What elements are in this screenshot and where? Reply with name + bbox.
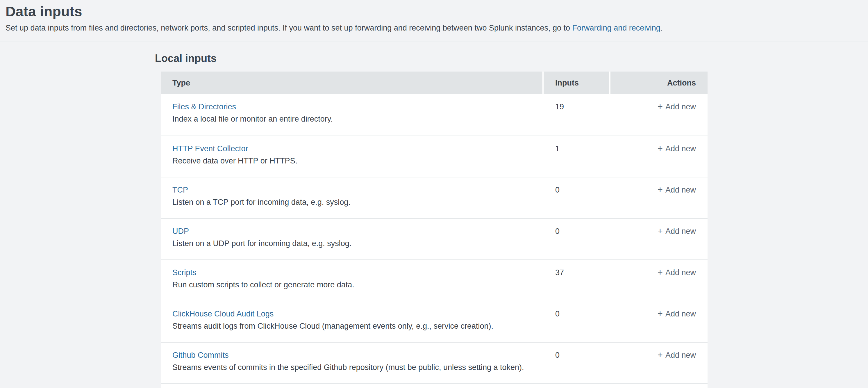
table-row: Scripts Run custom scripts to collect or… <box>161 260 708 301</box>
add-new-label: Add new <box>665 351 696 359</box>
input-type-description: Streams events of commits in the specifi… <box>173 362 531 372</box>
plus-icon: + <box>657 350 663 360</box>
add-new-button[interactable]: +Add new <box>657 309 696 318</box>
column-header-type: Type <box>161 71 542 94</box>
subtitle-text-after: . <box>660 24 663 32</box>
inputs-count-cell: 37 <box>542 260 611 301</box>
section-title: Local inputs <box>155 53 868 64</box>
content-area: Local inputs Type Inputs Actions Files &… <box>0 53 868 388</box>
page-subtitle: Set up data inputs from files and direct… <box>5 23 856 33</box>
input-type-link[interactable]: ClickHouse Cloud Audit Logs <box>173 309 274 319</box>
plus-icon: + <box>657 309 663 319</box>
type-cell: UDP Listen on a UDP port for incoming da… <box>161 219 542 260</box>
type-cell: TCP Listen on a TCP port for incoming da… <box>161 177 542 218</box>
type-cell: Github Commits Streams events of commits… <box>161 342 542 383</box>
plus-icon: + <box>657 185 663 195</box>
forwarding-and-receiving-link[interactable]: Forwarding and receiving <box>572 24 660 32</box>
add-new-button[interactable]: +Add new <box>657 268 696 277</box>
table-row: Github Commits Streams events of commits… <box>161 342 708 383</box>
add-new-button[interactable]: +Add new <box>657 144 696 153</box>
add-new-button[interactable]: +Add new <box>657 227 696 236</box>
add-new-label: Add new <box>665 144 696 153</box>
input-type-link[interactable]: HTTP Event Collector <box>173 144 248 154</box>
type-cell: ClickHouse Cloud Audit Logs Streams audi… <box>161 301 542 342</box>
inputs-count-cell: 0 <box>542 342 611 383</box>
actions-cell: +Add new <box>611 177 708 218</box>
plus-icon: + <box>657 268 663 277</box>
local-inputs-table: Type Inputs Actions Files & Directories … <box>161 71 708 388</box>
add-new-label: Add new <box>665 102 696 111</box>
actions-cell: +Add new <box>611 219 708 260</box>
inputs-count-cell: 1 <box>542 136 611 177</box>
table-header-row: Type Inputs Actions <box>161 71 708 94</box>
input-type-link[interactable]: Github Commits <box>173 350 229 360</box>
input-type-link[interactable]: TCP <box>173 185 188 195</box>
actions-cell: +Add new <box>611 136 708 177</box>
subtitle-text-before: Set up data inputs from files and direct… <box>5 24 572 32</box>
type-cell: Files & Directories Index a local file o… <box>161 94 542 136</box>
plus-icon: + <box>657 226 663 236</box>
plus-icon: + <box>657 144 663 154</box>
add-new-label: Add new <box>665 268 696 277</box>
page-header: Data inputs Set up data inputs from file… <box>0 0 868 42</box>
add-new-button[interactable]: +Add new <box>657 102 696 111</box>
input-type-link[interactable]: Files & Directories <box>173 102 236 112</box>
plus-icon: + <box>657 102 663 112</box>
actions-cell: +Add new <box>611 301 708 342</box>
input-type-description: Listen on a UDP port for incoming data, … <box>173 239 531 248</box>
table-row: TCP Listen on a TCP port for incoming da… <box>161 177 708 218</box>
type-cell: Scripts Run custom scripts to collect or… <box>161 260 542 301</box>
column-header-actions: Actions <box>609 71 708 94</box>
inputs-count-cell: 0 <box>542 177 611 218</box>
input-type-link[interactable]: UDP <box>173 226 189 236</box>
add-new-label: Add new <box>665 309 696 318</box>
inputs-count-cell: 19 <box>542 94 611 136</box>
input-type-description: Listen on a TCP port for incoming data, … <box>173 197 531 207</box>
table-row: Files & Directories Index a local file o… <box>161 94 708 136</box>
add-new-label: Add new <box>665 185 696 194</box>
input-type-description: Receive data over HTTP or HTTPS. <box>173 156 531 166</box>
table-row: UDP Listen on a UDP port for incoming da… <box>161 218 708 260</box>
inputs-count-cell: 0 <box>542 219 611 260</box>
page-title: Data inputs <box>5 4 856 19</box>
actions-cell: +Add new <box>611 342 708 383</box>
table-row: ClickHouse Cloud Audit Logs Streams audi… <box>161 301 708 342</box>
table-body: Files & Directories Index a local file o… <box>161 94 708 383</box>
add-new-button[interactable]: +Add new <box>657 185 696 194</box>
input-type-description: Run custom scripts to collect or generat… <box>173 280 531 290</box>
add-new-button[interactable]: +Add new <box>657 351 696 359</box>
actions-cell: +Add new <box>611 94 708 136</box>
input-type-link[interactable]: Scripts <box>173 268 196 277</box>
partial-next-row <box>161 383 708 388</box>
inputs-count-cell: 0 <box>542 301 611 342</box>
column-header-inputs: Inputs <box>542 71 609 94</box>
actions-cell: +Add new <box>611 260 708 301</box>
table-row: HTTP Event Collector Receive data over H… <box>161 136 708 177</box>
type-cell: HTTP Event Collector Receive data over H… <box>161 136 542 177</box>
add-new-label: Add new <box>665 227 696 236</box>
input-type-description: Index a local file or monitor an entire … <box>173 114 531 124</box>
input-type-description: Streams audit logs from ClickHouse Cloud… <box>173 321 531 331</box>
